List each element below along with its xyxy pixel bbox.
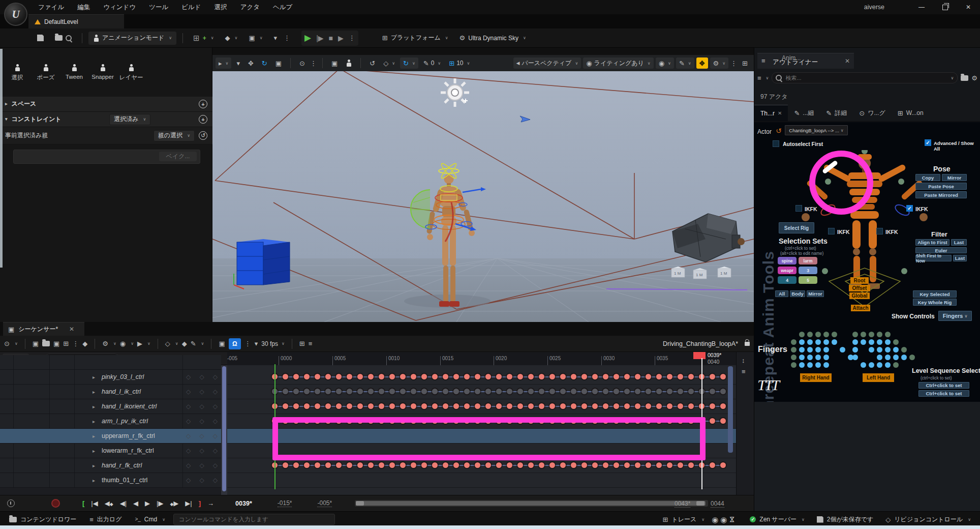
keyframe-dot[interactable] xyxy=(517,389,523,394)
finger-dot[interactable] xyxy=(799,355,805,360)
keyframe-dot[interactable] xyxy=(549,389,555,394)
keyframe-dot[interactable] xyxy=(635,374,640,379)
keyframe-dot[interactable] xyxy=(357,418,363,424)
finger-dot[interactable] xyxy=(840,347,845,352)
toolbar-overflow-icon[interactable]: ⋮ xyxy=(284,35,290,41)
keyframe-dot[interactable] xyxy=(507,374,512,379)
keyframe-dot[interactable] xyxy=(443,418,448,424)
ikfk-left-leg-checkbox[interactable] xyxy=(828,228,835,234)
view-mode-dropdown[interactable]: ◉ライティングあり∨ xyxy=(583,57,653,69)
keyframe-dot[interactable] xyxy=(614,374,619,379)
expand-arrow-icon[interactable]: ▸ xyxy=(93,478,95,483)
keyframe-dot[interactable] xyxy=(443,374,448,379)
keyframe-dot[interactable] xyxy=(347,389,352,394)
keyframe-dot[interactable] xyxy=(678,374,683,379)
cinematics-dropdown[interactable]: ▣∨ xyxy=(244,32,267,45)
keyframe-dot[interactable] xyxy=(325,374,331,379)
bake-button[interactable]: ベイク... xyxy=(159,152,197,161)
outliner-filter-icon[interactable]: ≡ xyxy=(757,75,761,81)
menu-file[interactable]: ファイル xyxy=(32,0,71,14)
finger-dot[interactable] xyxy=(823,355,829,360)
viewport-selection-mode-dropdown[interactable]: ▸∨ xyxy=(216,57,231,69)
playhead-line[interactable] xyxy=(701,358,702,489)
create-camera-icon[interactable]: ▣ xyxy=(53,340,59,347)
keyframe-dot[interactable] xyxy=(539,374,544,379)
keyframe-dot[interactable] xyxy=(571,374,576,379)
selection-set-button[interactable]: spine xyxy=(778,257,797,264)
keyframe-dot[interactable] xyxy=(549,403,555,409)
finger-dot[interactable] xyxy=(861,339,866,345)
root-button[interactable]: Root xyxy=(850,277,869,284)
render-movie-icon[interactable]: ⊞ xyxy=(63,340,69,347)
finger-dot[interactable] xyxy=(861,362,866,368)
keyframe-dot[interactable] xyxy=(400,462,406,468)
finger-dot[interactable] xyxy=(815,332,821,337)
key-add-button[interactable]: ◇ xyxy=(199,388,204,395)
expand-arrow-icon[interactable]: ▸ xyxy=(93,463,95,468)
track-key-row[interactable] xyxy=(227,370,736,385)
keyframe-dot[interactable] xyxy=(379,374,384,379)
spline-dropdown[interactable]: ◇∨ xyxy=(380,57,398,69)
stop-button[interactable]: ■ xyxy=(329,34,333,42)
keyframe-dot[interactable] xyxy=(507,462,512,468)
keyframe-dot[interactable] xyxy=(581,403,587,409)
keyframe-dot[interactable] xyxy=(720,418,726,424)
next-key-button[interactable]: ◆▶ xyxy=(170,499,178,507)
loop-mode-button[interactable]: → xyxy=(207,499,214,507)
keyframe-dot[interactable] xyxy=(581,462,587,468)
keyframe-dot[interactable] xyxy=(528,403,534,409)
keyframe-dot[interactable] xyxy=(720,462,726,468)
keyframe-dot[interactable] xyxy=(656,403,662,409)
sequencer-key-area[interactable] xyxy=(227,365,736,495)
right-hand-button[interactable]: Right Hand xyxy=(800,373,832,382)
keyframe-dot[interactable] xyxy=(592,374,598,379)
keyframe-dot[interactable] xyxy=(571,462,576,468)
keyframe-dot[interactable] xyxy=(517,462,523,468)
keyframe-dot[interactable] xyxy=(592,403,598,409)
key-add-button[interactable]: ◇ xyxy=(199,477,204,484)
key-next-button[interactable]: ◇ xyxy=(213,418,218,425)
keyframe-dot[interactable] xyxy=(624,389,630,394)
keyframe-dot[interactable] xyxy=(720,374,726,379)
keyframe-dot[interactable] xyxy=(678,403,683,409)
key-prev-button[interactable]: ◇ xyxy=(186,477,191,484)
world-local-toggle[interactable]: ⊙ xyxy=(296,57,308,69)
finger-dot[interactable] xyxy=(807,355,813,360)
jump-to-start-button[interactable]: |◀ xyxy=(91,499,98,507)
sets-all-button[interactable]: All xyxy=(775,290,788,297)
keyframe-dot[interactable] xyxy=(560,403,566,409)
perspective-dropdown[interactable]: ◀パースペクティブ∨ xyxy=(513,57,581,69)
track-key-row[interactable] xyxy=(227,385,736,399)
finger-dot[interactable] xyxy=(909,355,915,360)
timeline-horizontal-scrollbar[interactable] xyxy=(355,500,708,507)
finger-dot[interactable] xyxy=(815,355,821,360)
selection-set-button[interactable]: larm xyxy=(799,257,817,264)
jump-to-end-button[interactable]: ▶| xyxy=(185,499,192,507)
left-hand-button[interactable]: Left Hand xyxy=(863,373,894,382)
keyframe-dot[interactable] xyxy=(443,462,448,468)
play-forward-button[interactable]: ▶ xyxy=(145,499,150,507)
menu-tools[interactable]: ツール xyxy=(142,0,175,14)
keyframe-dot[interactable] xyxy=(389,418,395,424)
keyframe-dot[interactable] xyxy=(485,462,491,468)
rotation-snap-dropdown[interactable]: ↻∨ xyxy=(400,57,418,69)
snap-toggle-button[interactable]: Ω xyxy=(229,338,241,349)
key-add-button[interactable]: ◇ xyxy=(199,403,204,410)
keyframe-dot[interactable] xyxy=(688,403,694,409)
keyframe-dot[interactable] xyxy=(710,389,715,394)
selection-set-button[interactable]: 5 xyxy=(799,276,817,284)
view-end-field[interactable]: 0043* xyxy=(675,500,690,508)
expand-arrow-icon[interactable]: ▸ xyxy=(93,433,95,439)
keyframe-dot[interactable] xyxy=(592,389,598,394)
show-flags-dropdown[interactable]: ◉∨ xyxy=(656,57,674,69)
keyframe-dot[interactable] xyxy=(581,418,587,424)
tab-details[interactable]: ✎詳細 xyxy=(820,105,853,121)
finger-dot[interactable] xyxy=(852,347,858,352)
selection-set-button[interactable]: 3 xyxy=(799,267,817,274)
keyframe-dot[interactable] xyxy=(379,403,384,409)
finger-dot[interactable] xyxy=(893,347,899,352)
content-drawer-button[interactable]: コンテンツドロワー xyxy=(4,513,81,525)
finger-dot[interactable] xyxy=(885,347,891,352)
keyframe-dot[interactable] xyxy=(581,389,587,394)
keyframe-dot[interactable] xyxy=(507,389,512,394)
